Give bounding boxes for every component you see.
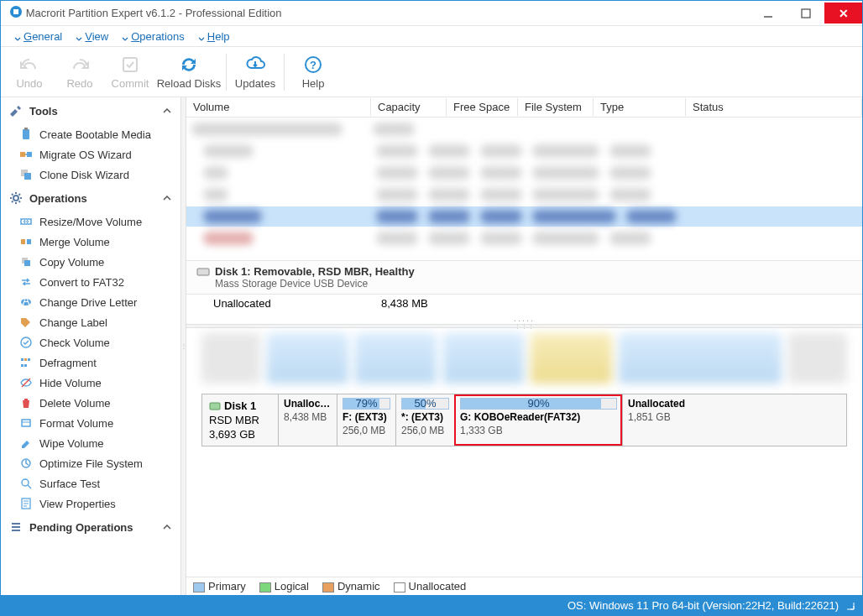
diskmap-partition[interactable]: Unalloc…8,438 MB: [278, 394, 337, 446]
main-area: Tools Create Bootable Media Migrate OS W…: [1, 97, 862, 595]
diskmap-partition[interactable]: 90%G: KOBOeReader(FAT32)1,333 GB: [454, 394, 622, 446]
svg-rect-41: [210, 403, 220, 410]
capacity-cell: 8,438 MB: [381, 297, 465, 310]
commit-button[interactable]: Commit: [105, 50, 155, 95]
chevron-up-icon: [162, 522, 172, 532]
sidebar-item-format[interactable]: Format Volume: [1, 413, 180, 433]
sidebar-item-label: Format Volume: [39, 417, 113, 430]
resize-grip-icon[interactable]: [844, 599, 855, 611]
window-title: Macrorit Partition Expert v6.1.2 - Profe…: [26, 7, 749, 19]
sidebar-item-convert[interactable]: Convert to FAT32: [1, 272, 180, 292]
diskmap-label: Disk 1RSD MBR3,693 GB: [202, 394, 278, 446]
diskmap-partition[interactable]: 79%F: (EXT3)256,0 MB: [337, 394, 395, 446]
svg-rect-9: [20, 152, 25, 157]
sidebar-item-label: Resize/Move Volume: [39, 216, 142, 228]
os-info: OS: Windows 11 Pro 64-bit (Version:22H2,…: [567, 599, 839, 612]
content-area: Volume Capacity Free Space File System T…: [186, 97, 862, 595]
svg-rect-4: [123, 58, 137, 71]
updates-button[interactable]: Updates: [230, 50, 280, 95]
svg-text:?: ?: [310, 59, 316, 71]
svg-rect-23: [24, 358, 27, 361]
svg-rect-26: [24, 364, 27, 367]
titlebar: Macrorit Partition Expert v6.1.2 - Profe…: [1, 1, 862, 26]
undo-button[interactable]: Undo: [4, 50, 55, 95]
sidebar-item-hide[interactable]: Hide Volume: [1, 373, 180, 393]
sidebar-item-label: Hide Volume: [39, 377, 102, 389]
legend-primary: Primary: [193, 580, 246, 593]
svg-rect-40: [197, 269, 209, 275]
copy-icon: [19, 255, 33, 269]
reload-disks-button[interactable]: Reload Disks: [155, 50, 222, 95]
clone-icon: [19, 168, 33, 181]
col-free[interactable]: Free Space: [447, 98, 518, 116]
sidebar-item-migrate[interactable]: Migrate OS Wizard: [1, 144, 180, 164]
search-icon: [19, 477, 33, 490]
menu-view[interactable]: View: [71, 29, 113, 44]
svg-line-32: [28, 485, 31, 488]
sidebar-item-letter[interactable]: AChange Drive Letter: [1, 292, 180, 312]
redo-button[interactable]: Redo: [55, 50, 105, 95]
sidebar-item-label: Defragment: [39, 357, 97, 369]
sidebar-item-wipe[interactable]: Wipe Volume: [1, 433, 180, 453]
minimize-button[interactable]: [749, 3, 787, 23]
drive-letter-icon: A: [19, 295, 33, 309]
sidebar-item-label: Copy Volume: [39, 256, 104, 269]
sidebar-item-optfs[interactable]: Optimize File System: [1, 453, 180, 473]
sidebar-item-props[interactable]: View Properties: [1, 493, 180, 514]
col-volume[interactable]: Volume: [186, 98, 371, 116]
app-icon: [9, 5, 23, 21]
sidebar-item-label: Delete Volume: [39, 397, 111, 410]
col-type[interactable]: Type: [594, 98, 686, 116]
col-capacity[interactable]: Capacity: [371, 98, 447, 116]
toolbar-separator: [226, 54, 227, 91]
sidebar-item-surface[interactable]: Surface Test: [1, 473, 180, 493]
resize-icon: [19, 215, 33, 228]
menu-operations[interactable]: Operations: [117, 29, 190, 44]
legend-dynamic: Dynamic: [322, 580, 380, 593]
sidebar-item-label[interactable]: Change Label: [1, 312, 180, 332]
sidebar-item-resize[interactable]: Resize/Move Volume: [1, 211, 180, 232]
sidebar-item-delete[interactable]: Delete Volume: [1, 393, 180, 413]
menu-help[interactable]: Help: [193, 29, 235, 44]
svg-rect-24: [28, 358, 30, 361]
toolbar: Undo Redo Commit Reload Disks Updates ?H…: [1, 47, 862, 97]
menu-general[interactable]: General: [9, 29, 67, 44]
sidebar-item-label: Merge Volume: [39, 236, 110, 248]
help-button[interactable]: ?Help: [288, 50, 338, 95]
svg-rect-18: [24, 260, 30, 266]
disk1-subtitle: Mass Storage Device USB Device: [215, 278, 855, 290]
col-filesystem[interactable]: File System: [518, 98, 594, 116]
sidebar-header-pending[interactable]: Pending Operations: [1, 514, 180, 540]
close-button[interactable]: ✕: [824, 3, 862, 23]
list-icon: [9, 520, 23, 534]
sidebar-item-label: Optimize File System: [39, 457, 143, 470]
sidebar-header-operations[interactable]: Operations: [1, 185, 180, 211]
format-icon: [19, 416, 33, 430]
diskmap-partition[interactable]: Unallocated1,851 GB: [622, 394, 846, 446]
sidebar-item-clone[interactable]: Clone Disk Wizard: [1, 164, 180, 185]
sidebar-item-merge[interactable]: Merge Volume: [1, 232, 180, 252]
disk-icon: [196, 267, 210, 277]
disk1-header[interactable]: Disk 1: Removable, RSD MBR, Healthy Mass…: [186, 260, 862, 295]
sidebar-item-label: Wipe Volume: [39, 437, 104, 450]
volume-cell: Unallocated: [213, 297, 381, 310]
sidebar-item-label: Migrate OS Wizard: [39, 149, 132, 161]
table-row[interactable]: Unallocated 8,438 MB: [186, 295, 862, 312]
sidebar-header-tools[interactable]: Tools: [1, 97, 180, 124]
sidebar-item-check[interactable]: Check Volume: [1, 332, 180, 352]
properties-icon: [19, 497, 33, 510]
svg-rect-1: [13, 9, 18, 14]
col-status[interactable]: Status: [686, 98, 862, 116]
statusbar: OS: Windows 11 Pro 64-bit (Version:22H2,…: [1, 595, 862, 615]
sidebar-item-label: Convert to FAT32: [39, 276, 124, 289]
maximize-button[interactable]: [787, 3, 824, 23]
chevron-up-icon: [162, 193, 172, 203]
gear-icon: [9, 191, 23, 205]
sidebar-item-bootable[interactable]: Create Bootable Media: [1, 124, 180, 144]
disk1-title: Disk 1: Removable, RSD MBR, Healthy: [215, 265, 415, 278]
sidebar-item-copy[interactable]: Copy Volume: [1, 252, 180, 272]
diskmap-partition[interactable]: 50%*: (EXT3)256,0 MB: [395, 394, 454, 446]
tools-icon: [9, 104, 23, 117]
sidebar-item-defrag[interactable]: Defragment: [1, 352, 180, 373]
convert-icon: [19, 275, 33, 289]
